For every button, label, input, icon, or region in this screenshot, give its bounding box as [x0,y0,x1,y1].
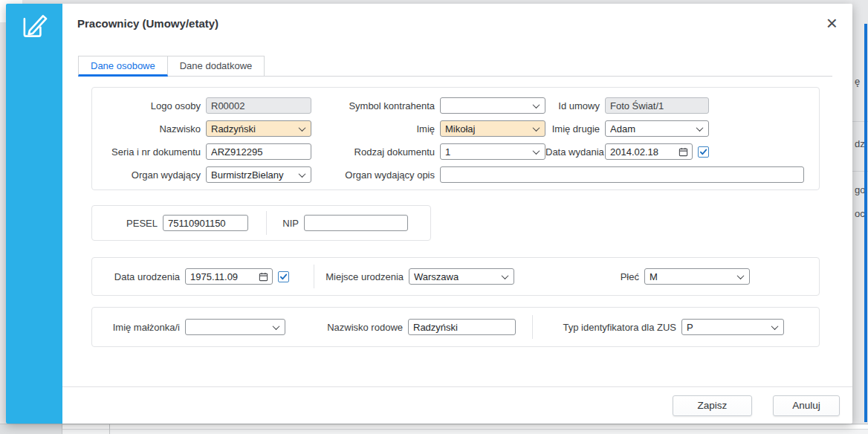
imie-drugie-dropdown[interactable]: Adam [605,120,709,137]
background-table-cell [0,425,868,430]
background-table-row [0,424,868,434]
seria-nr-dokumentu-input[interactable] [206,143,311,160]
nazwisko-dropdown[interactable]: Radzyński [206,120,311,137]
background-text-fragment: ę [855,76,860,87]
data-wydania-field[interactable]: 2014.02.18 [605,143,693,160]
symbol-kontrahenta-dropdown[interactable] [440,97,545,114]
imie-drugie-value: Adam [610,123,635,135]
dialog-sidebar [6,4,62,424]
form-row: Seria i nr dokumentu Rodzaj dokumentu 1 … [92,143,819,160]
form-row: PESEL NIP [92,215,430,231]
chevron-down-icon [533,101,540,108]
data-urodzenia-field[interactable]: 1975.11.09 [185,268,273,285]
chevron-down-icon [273,323,280,330]
nip-input[interactable] [304,215,408,231]
tab-dane-dodatkowe[interactable]: Dane dodatkowe [168,56,265,76]
background-row-header [0,424,62,434]
rodzaj-dokumentu-label: Rodzaj dokumentu [311,146,440,158]
form-body: Logo osoby R00002 Symbol kontrahenta Id … [62,77,852,386]
dialog-titlebar: Pracownicy (Umowy/etaty) × [62,4,852,42]
background-scrollbar [864,24,867,422]
tab-bar: Dane osobowe Dane dodatkowe [78,56,832,77]
rodzaj-dokumentu-value: 1 [445,146,450,158]
miejsce-urodzenia-dropdown[interactable]: Warszawa [409,268,514,285]
save-button[interactable]: Zapisz [673,395,752,416]
plec-value: M [650,271,658,282]
organ-wydajacy-value: BurmistrzBielany [211,169,284,181]
birth-group: Data urodzenia 1975.11.09 [91,257,820,296]
pesel-nip-group: PESEL NIP [91,205,431,241]
data-urodzenia-label: Data urodzenia [92,271,185,282]
calendar-icon [678,147,688,157]
pracownicy-dialog: Pracownicy (Umowy/etaty) × Dane osobowe … [6,4,852,424]
data-urodzenia-checkbox[interactable] [278,271,289,282]
typ-identyfikatora-zus-label: Typ identyfikatora dla ZUS [533,322,681,333]
organ-wydajacy-opis-label: Organ wydający opis [311,169,440,181]
logo-osoby-label: Logo osoby [92,100,206,111]
nip-label: NIP [267,218,304,229]
imie-malzonka-label: Imię małżonka/i [92,322,185,333]
imie-label: Imię [311,123,440,135]
organ-wydajacy-label: Organ wydający [92,169,206,181]
spouse-zus-group: Imię małżonka/i Nazwisko rodowe Typ iden… [91,307,820,347]
chevron-down-icon [299,124,306,132]
identity-document-group: Logo osoby R00002 Symbol kontrahenta Id … [91,87,820,190]
imie-malzonka-dropdown[interactable] [185,319,285,335]
logo-osoby-field: R00002 [206,97,311,114]
chevron-down-icon [299,170,306,178]
close-icon[interactable]: × [823,15,841,31]
id-umowy-field: Foto Świat/1 [605,97,709,114]
chevron-down-icon [737,272,745,279]
form-row: Imię małżonka/i Nazwisko rodowe Typ iden… [92,319,819,335]
chevron-down-icon [533,147,540,155]
dialog-footer: Zapisz Anuluj [62,386,852,424]
plec-label: Płeć [514,271,644,282]
miejsce-urodzenia-value: Warszawa [414,271,459,282]
background-text-fragment: oc [855,208,865,219]
miejsce-urodzenia-label: Miejsce urodzenia [314,271,409,282]
data-wydania-value: 2014.02.18 [610,146,658,158]
data-wydania-label: Data wydania [545,146,605,158]
seria-nr-dokumentu-label: Seria i nr dokumentu [92,146,206,158]
typ-identyfikatora-zus-value: P [687,322,693,333]
nazwisko-value: Radzyński [211,123,256,135]
dialog-title: Pracownicy (Umowy/etaty) [77,17,218,30]
pesel-label: PESEL [92,218,163,229]
edit-document-icon [19,10,50,44]
chevron-down-icon [771,323,779,330]
imie-value: Mikołaj [445,123,475,135]
plec-dropdown[interactable]: M [644,268,750,285]
imie-drugie-label: Imię drugie [545,123,605,135]
chevron-down-icon [533,124,540,132]
tab-dane-osobowe[interactable]: Dane osobowe [78,56,168,77]
form-row: Data urodzenia 1975.11.09 [92,268,819,285]
data-urodzenia-value: 1975.11.09 [190,271,238,282]
pesel-input[interactable] [163,215,248,231]
typ-identyfikatora-zus-dropdown[interactable]: P [681,319,784,335]
form-row: Organ wydający BurmistrzBielany Organ wy… [92,166,819,183]
nazwisko-rodowe-label: Nazwisko rodowe [285,322,408,333]
organ-wydajacy-dropdown[interactable]: BurmistrzBielany [206,166,311,183]
nazwisko-rodowe-input[interactable] [408,319,516,335]
chevron-down-icon [696,124,704,132]
form-row: Nazwisko Radzyński Imię Mikołaj Imię dru… [92,120,819,137]
data-wydania-checkbox[interactable] [698,146,709,158]
calendar-icon [259,272,268,282]
imie-dropdown[interactable]: Mikołaj [440,120,545,137]
form-row: Logo osoby R00002 Symbol kontrahenta Id … [92,97,819,114]
background-column-divider [109,424,110,434]
organ-wydajacy-opis-input[interactable] [440,166,804,183]
chevron-down-icon [502,272,509,279]
cancel-button[interactable]: Anuluj [773,395,840,416]
nazwisko-label: Nazwisko [92,123,206,135]
rodzaj-dokumentu-dropdown[interactable]: 1 [440,143,545,160]
id-umowy-label: Id umowy [545,100,605,111]
dialog-content: Pracownicy (Umowy/etaty) × Dane osobowe … [62,4,852,424]
symbol-kontrahenta-label: Symbol kontrahenta [311,100,440,111]
background-text-fragment: dz [855,138,865,149]
